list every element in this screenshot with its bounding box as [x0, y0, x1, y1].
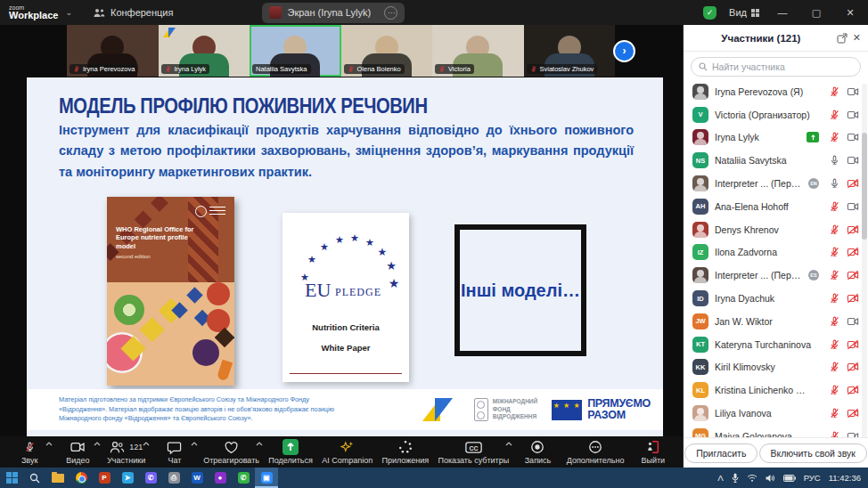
participant-row[interactable]: NSNataliia Savytska — [684, 149, 868, 172]
tab-options-icon[interactable]: ⋯ — [384, 6, 397, 20]
toolbar-apps-button[interactable]: Приложения — [382, 439, 430, 465]
unmute-self-button[interactable]: Включить свой звук — [759, 443, 867, 463]
popout-icon[interactable] — [837, 33, 848, 44]
toolbar-video-button[interactable]: Видео — [58, 439, 97, 465]
participant-row[interactable]: Iryna Lylyk — [684, 126, 868, 150]
taskbar-app-start[interactable] — [0, 468, 23, 488]
taskbar-app-search[interactable] — [23, 468, 46, 488]
tray-clock[interactable]: 11:42:36 — [829, 473, 861, 483]
security-shield-icon[interactable]: ✓ — [703, 6, 717, 20]
tab-screen-share[interactable]: Экран (Iryna Lylyk) ⋯ — [262, 3, 405, 23]
participant-row[interactable]: VVictoria (Организатор) — [684, 103, 868, 126]
video-thumbnail[interactable]: Olena Boienko — [341, 25, 433, 77]
toolbar-react-button[interactable]: Отреагировать — [203, 439, 259, 465]
invite-button[interactable]: Пригласить — [684, 443, 757, 463]
taskbar-app-telegram[interactable]: ➤ — [116, 468, 139, 488]
participant-row[interactable]: KTKateryna Turchaninova — [684, 333, 868, 356]
avatar: V — [692, 107, 708, 123]
participant-row[interactable]: Iryna Perevozova (Я) — [684, 80, 868, 103]
chevron-up-icon[interactable] — [143, 442, 150, 446]
participant-name: Iryna Dyachuk — [715, 293, 813, 304]
participant-row[interactable]: Liliya Ivanova — [684, 402, 868, 425]
avatar: JW — [692, 313, 708, 329]
participant-name: Denys Khrenov — [715, 224, 813, 235]
participant-row[interactable]: KLKristina Linichenko McD @ — [684, 378, 868, 402]
tray-wifi-icon[interactable] — [747, 474, 757, 482]
video-thumbnail[interactable]: Nataliia Savytska — [250, 25, 341, 77]
tray-volume-icon[interactable] — [766, 474, 775, 483]
participant-row[interactable]: MGMaiya Golovanova — [684, 425, 868, 437]
meeting-stage: Iryna Perevozova Iryna Lylyk Nataliia Sa… — [0, 25, 683, 436]
participants-panel-title: Участники (121) — [691, 33, 831, 44]
participant-name: Interpreter ... (Переводчик) — [715, 178, 802, 189]
maximize-button[interactable]: ▢ — [806, 7, 827, 19]
participant-row[interactable]: Denys Khrenov — [684, 218, 868, 241]
view-label: Вид — [729, 7, 747, 18]
tray-battery-icon[interactable] — [783, 475, 796, 482]
camera-off-icon — [847, 385, 859, 395]
thumbnail-name-label: Iryna Lylyk — [161, 64, 210, 74]
video-thumbnail[interactable]: Victoria — [432, 25, 524, 77]
workspace-chevron-icon[interactable]: ⌄ — [65, 8, 72, 17]
powerpoint-icon: P — [99, 472, 111, 484]
meeting-toolbar: Звук Видео121 Участники Чат Отреагироват… — [0, 436, 683, 468]
participant-row[interactable]: IZIlona Zadvorna — [684, 241, 868, 264]
chevron-up-icon[interactable] — [94, 442, 101, 446]
toolbar-cc-button[interactable]: CC Показать субтитры — [438, 439, 509, 465]
chevron-up-icon[interactable] — [45, 442, 53, 446]
video-thumbnail[interactable]: Iryna Lylyk — [159, 25, 250, 77]
view-grid-icon — [751, 9, 759, 17]
filmstrip-next-button[interactable]: › — [613, 40, 635, 62]
close-button[interactable]: ✕ — [839, 7, 861, 19]
avatar — [692, 267, 708, 283]
participant-row[interactable]: AHAna-Elena Hohoff — [684, 195, 868, 218]
toolbar-audio-button[interactable]: Звук — [10, 439, 49, 465]
taskbar-app-viber[interactable]: ✆ — [139, 468, 162, 488]
taskbar-app-word[interactable]: W — [185, 468, 209, 488]
toolbar-share-button[interactable]: Поделиться — [268, 439, 313, 465]
participant-row[interactable]: IDIryna Dyachuk — [684, 287, 868, 310]
toolbar-chat-button[interactable]: Чат — [155, 439, 194, 465]
tray-chevron-icon[interactable]: ᐱ — [717, 473, 724, 483]
view-button[interactable]: Вид — [729, 7, 759, 18]
taskbar-app-explorer[interactable] — [46, 468, 70, 488]
participant-row[interactable]: Interpreter ... (Переводчик) ES — [684, 264, 868, 287]
toolbar-more-button[interactable]: Дополнительно — [567, 439, 625, 465]
tray-mic-icon[interactable] — [732, 473, 739, 483]
camera-off-icon — [847, 270, 859, 281]
participant-name: Iryna Lylyk — [715, 132, 800, 142]
tray-language[interactable]: РУС — [804, 473, 821, 483]
taskbar-app-zoom[interactable]: ▣ — [255, 468, 278, 488]
taskbar-app-purple-app[interactable]: ● — [209, 468, 232, 488]
panel-close-icon[interactable]: ✕ — [853, 32, 861, 44]
taskbar-app-powerpoint[interactable]: P — [93, 468, 116, 488]
green-app-icon: ✆ — [238, 472, 250, 484]
heart-icon — [224, 441, 239, 454]
toolbar-ai-button[interactable]: AI Companion — [322, 439, 373, 465]
tab-conference[interactable]: Конференция — [85, 4, 182, 21]
svg-text:★: ★ — [320, 241, 329, 252]
sharing-badge — [807, 132, 819, 142]
svg-text:PLEDGE: PLEDGE — [335, 286, 381, 298]
participants-scrollbar[interactable] — [862, 84, 867, 437]
chevron-up-icon[interactable] — [256, 442, 263, 446]
participants-icon — [110, 441, 125, 454]
toolbar-label: Дополнительно — [567, 456, 625, 465]
participant-row[interactable]: KKKiril Klimovsky — [684, 356, 868, 379]
shared-screen-slide: МОДЕЛЬ ПРОФІЛЮ ПОЖИВНИХ РЕЧОВИН Інструме… — [27, 77, 663, 436]
search-participant-input[interactable]: Найти участника — [691, 57, 861, 77]
toolbar-record-button[interactable]: Запись — [518, 439, 557, 465]
chevron-up-icon[interactable] — [505, 442, 512, 446]
participant-row[interactable]: Interpreter ... (Переводчик) EN — [684, 172, 868, 195]
minimize-button[interactable]: — — [772, 7, 793, 18]
chevron-up-icon[interactable] — [191, 442, 198, 446]
taskbar-app-green-app[interactable]: ✆ — [232, 468, 255, 488]
mic-muted-icon — [829, 224, 840, 236]
toolbar-leave-button[interactable]: Выйти — [634, 439, 673, 465]
taskbar-app-printer[interactable]: ⎙ — [162, 468, 185, 488]
toolbar-people-button[interactable]: 121 Участники — [107, 439, 146, 465]
taskbar-app-chrome[interactable] — [70, 468, 93, 488]
video-thumbnail[interactable]: Iryna Perevozova — [67, 25, 159, 77]
video-thumbnail[interactable]: Sviatoslav Zhukov — [524, 25, 616, 77]
participant-row[interactable]: JWJan W. Wiktor — [684, 310, 868, 333]
